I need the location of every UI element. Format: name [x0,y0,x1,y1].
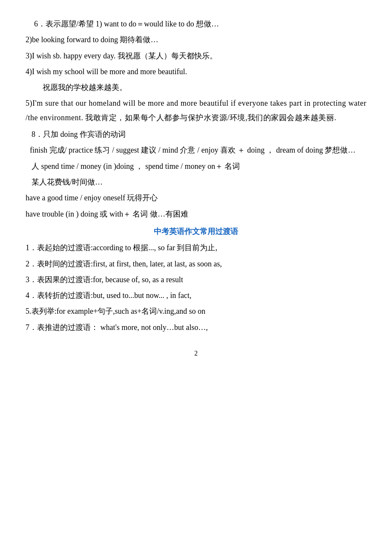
line-11: have a good time / enjoy oneself 玩得开心 [26,191,366,205]
line-6: 5)I'm sure that our homeland will be mor… [26,96,366,125]
line-7: 8．只加 doing 作宾语的动词 [26,127,366,142]
line-4: 4)I wish my school will be more and more… [26,65,366,79]
num-4: 4．表转折的过渡语:but, used to...but now... , in… [26,289,366,303]
line-10: 某人花费钱/时间做… [26,175,366,189]
line-2: 2)be looking forward to doing 期待着做… [26,33,366,47]
num-2: 2．表时间的过渡语:first, at first, then, later, … [26,257,366,271]
line-8: finish 完成/ practice 练习 / suggest 建议 / mi… [26,143,366,157]
line-12: have trouble (in ) doing 或 with＋ 名词 做…有困… [26,207,366,221]
page-content: 6．表示愿望/希望 1) want to do＝would like to do… [26,17,366,360]
num-1: 1．表起始的过渡语:according to 根据..., so far 到目前… [26,241,366,255]
line-5: 祝愿我的学校越来越美。 [26,81,366,95]
line-3: 3)I wish sb. happy every day. 我祝愿（某人）每天都… [26,49,366,63]
section-heading: 中考英语作文常用过渡语 [26,225,366,238]
page-number: 2 [26,347,366,360]
line-1: 6．表示愿望/希望 1) want to do＝would like to do… [26,17,366,31]
num-7: 7．表推进的过渡语： what's more, not only…but als… [26,321,366,335]
num-3: 3．表因果的过渡语:for, because of, so, as a resu… [26,273,366,287]
num-5: 5.表列举:for example+句子,such as+名词/v.ing,an… [26,304,366,318]
line-9: 人 spend time / money (in )doing ， spend … [26,159,366,173]
